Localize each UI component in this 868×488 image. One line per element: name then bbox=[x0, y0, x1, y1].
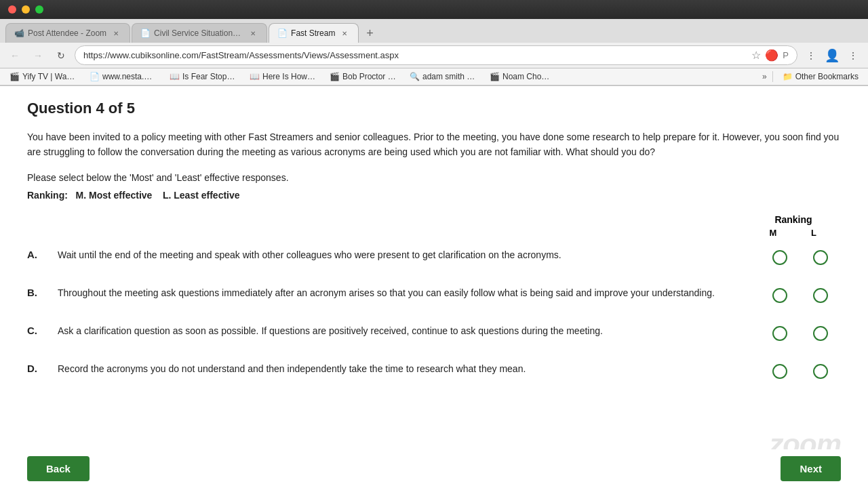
option-letter-a: A. bbox=[27, 247, 58, 260]
tab-civil-close[interactable]: ✕ bbox=[248, 28, 258, 39]
address-icons: ☆ 🔴 P bbox=[751, 49, 789, 62]
option-c-least-radio[interactable] bbox=[813, 326, 828, 341]
option-d-least-radio[interactable] bbox=[813, 364, 828, 379]
bookmark-bob[interactable]: 🎬 Bob Proctor on H... bbox=[326, 70, 400, 83]
next-button[interactable]: Next bbox=[781, 456, 841, 481]
bookmark-here-favicon: 📖 bbox=[250, 72, 260, 81]
bottom-bar: Back Next bbox=[0, 449, 868, 488]
browser-chrome: 📹 Post Attendee - Zoom ✕ 📄 Civil Service… bbox=[0, 19, 868, 86]
tab-civil-label: Civil Service Situational Judge... bbox=[154, 28, 243, 38]
close-window-button[interactable] bbox=[8, 5, 16, 14]
bookmark-fear-favicon: 📖 bbox=[170, 72, 180, 81]
scenario-text: You have been invited to a policy meetin… bbox=[27, 129, 841, 160]
bookmarks-divider bbox=[772, 71, 773, 82]
option-b-least-radio[interactable] bbox=[813, 288, 828, 303]
options-table: Ranking M L A. Wait until the end of the… bbox=[27, 214, 841, 384]
tab-zoom-close[interactable]: ✕ bbox=[111, 28, 121, 39]
bookmark-here-label: Here Is How You S... bbox=[262, 72, 316, 81]
option-d-most-radio[interactable] bbox=[772, 364, 787, 379]
bookmark-yify-favicon: 🎬 bbox=[9, 72, 20, 81]
col-l-header: L bbox=[793, 228, 834, 238]
maximize-window-button[interactable] bbox=[35, 5, 43, 14]
bookmark-here[interactable]: 📖 Here Is How You S... bbox=[245, 70, 320, 83]
instruction-text: Please select below the 'Most' and 'Leas… bbox=[27, 172, 841, 183]
ranking-least-label: L. Least effective bbox=[163, 190, 240, 201]
reload-button[interactable]: ↻ bbox=[52, 46, 71, 65]
ranking-legend: Ranking: M. Most effective L. Least effe… bbox=[27, 190, 841, 201]
bookmark-nesta-label: www.nesta.org.uk... bbox=[102, 72, 156, 81]
option-text-d: Record the acronyms you do not understan… bbox=[58, 361, 760, 376]
url-text: https://www.cubiksonline.com/FastStream/… bbox=[83, 50, 751, 60]
minimize-window-button[interactable] bbox=[22, 5, 30, 14]
bookmark-yify-label: Yify TV | Watch F... bbox=[22, 72, 76, 81]
tab-bar: 📹 Post Attendee - Zoom ✕ 📄 Civil Service… bbox=[0, 19, 868, 43]
option-a-least-radio[interactable] bbox=[813, 250, 828, 265]
tab-zoom-label: Post Attendee - Zoom bbox=[28, 28, 106, 38]
other-bookmarks-button[interactable]: 📁 Other Bookmarks bbox=[778, 70, 863, 83]
other-bookmarks-label: Other Bookmarks bbox=[795, 72, 859, 81]
extensions-button[interactable]: ⋮ bbox=[802, 46, 821, 65]
tab-zoom-favicon: 📹 bbox=[14, 28, 24, 38]
option-b-most-radio[interactable] bbox=[772, 288, 787, 303]
option-a-most-radio[interactable] bbox=[772, 250, 787, 265]
bookmark-adam-label: adam smith wealt... bbox=[422, 72, 476, 81]
pinterest-icon[interactable]: P bbox=[783, 50, 789, 60]
bookmark-adam-favicon: 🔍 bbox=[410, 72, 420, 81]
new-tab-button[interactable]: + bbox=[360, 24, 379, 43]
question-title: Question 4 of 5 bbox=[27, 100, 841, 117]
ranking-column-header: Ranking bbox=[753, 214, 834, 225]
option-radios-b bbox=[760, 285, 841, 303]
tab-faststream-label: Fast Stream bbox=[291, 28, 335, 38]
option-radios-a bbox=[760, 247, 841, 265]
option-letter-c: C. bbox=[27, 323, 58, 336]
option-text-a: Wait until the end of the meeting and sp… bbox=[58, 247, 760, 262]
option-row-a: A. Wait until the end of the meeting and… bbox=[27, 247, 841, 270]
ranking-label: Ranking: bbox=[27, 190, 68, 201]
tab-zoom[interactable]: 📹 Post Attendee - Zoom ✕ bbox=[5, 23, 130, 43]
option-row-c: C. Ask a clarification question as soon … bbox=[27, 323, 841, 346]
option-text-b: Throughout the meeting ask questions imm… bbox=[58, 285, 760, 300]
bookmarks-more-button[interactable]: » bbox=[762, 72, 767, 81]
option-c-most-radio[interactable] bbox=[772, 326, 787, 341]
back-button[interactable]: Back bbox=[27, 456, 90, 481]
folder-icon: 📁 bbox=[783, 72, 793, 81]
col-m-header: M bbox=[753, 228, 793, 238]
page-content: Question 4 of 5 You have been invited to… bbox=[0, 86, 868, 488]
tab-faststream-close[interactable]: ✕ bbox=[339, 28, 350, 39]
bookmark-bob-favicon: 🎬 bbox=[330, 72, 340, 81]
tab-civil[interactable]: 📄 Civil Service Situational Judge... ✕ bbox=[132, 23, 267, 43]
bookmarks-bar: 🎬 Yify TV | Watch F... 📄 www.nesta.org.u… bbox=[0, 68, 868, 85]
back-nav-button[interactable]: ← bbox=[5, 46, 24, 65]
bookmark-nesta[interactable]: 📄 www.nesta.org.uk... bbox=[85, 70, 160, 83]
option-row-b: B. Throughout the meeting ask questions … bbox=[27, 285, 841, 308]
bookmark-fear[interactable]: 📖 Is Fear Stopping Y... bbox=[165, 70, 240, 83]
bookmark-adam[interactable]: 🔍 adam smith wealt... bbox=[406, 70, 480, 83]
bookmark-noam-favicon: 🎬 bbox=[490, 72, 500, 81]
option-letter-b: B. bbox=[27, 285, 58, 298]
profile-icon[interactable]: 👤 bbox=[825, 48, 840, 63]
tab-faststream[interactable]: 📄 Fast Stream ✕ bbox=[269, 23, 359, 43]
option-letter-d: D. bbox=[27, 361, 58, 374]
option-radios-d bbox=[760, 361, 841, 379]
menu-button[interactable]: ⋮ bbox=[844, 46, 863, 65]
bookmark-fear-label: Is Fear Stopping Y... bbox=[182, 72, 236, 81]
bookmark-noam[interactable]: 🎬 Noam Chomsky - ... bbox=[486, 70, 560, 83]
address-bar[interactable]: https://www.cubiksonline.com/FastStream/… bbox=[75, 45, 797, 65]
tab-civil-favicon: 📄 bbox=[140, 28, 150, 38]
option-radios-c bbox=[760, 323, 841, 341]
address-bar-row: ← → ↻ https://www.cubiksonline.com/FastS… bbox=[0, 43, 868, 68]
forward-nav-button[interactable]: → bbox=[28, 46, 47, 65]
bookmark-nesta-favicon: 📄 bbox=[90, 72, 100, 81]
chevron-right-icon: » bbox=[762, 72, 767, 81]
bookmark-bob-label: Bob Proctor on H... bbox=[342, 72, 396, 81]
option-text-c: Ask a clarification question as soon as … bbox=[58, 323, 760, 338]
option-row-d: D. Record the acronyms you do not unders… bbox=[27, 361, 841, 384]
ranking-most-label: M. Most effective bbox=[76, 190, 153, 201]
tab-faststream-favicon: 📄 bbox=[277, 28, 287, 38]
bookmark-star-icon[interactable]: ☆ bbox=[751, 49, 761, 62]
os-bar bbox=[0, 0, 868, 19]
bookmark-yify[interactable]: 🎬 Yify TV | Watch F... bbox=[5, 70, 80, 83]
bookmark-noam-label: Noam Chomsky - ... bbox=[502, 72, 556, 81]
lastpass-icon[interactable]: 🔴 bbox=[765, 49, 778, 62]
